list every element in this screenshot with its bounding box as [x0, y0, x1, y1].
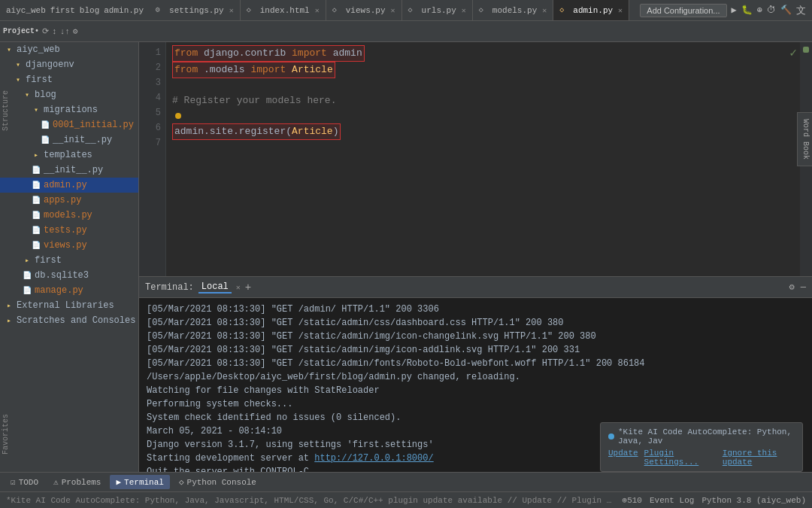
status-lines[interactable]: ⊕510: [623, 495, 642, 505]
tree-item---init---py[interactable]: 📄__init__.py: [0, 163, 138, 178]
tab-close-icon[interactable]: ✕: [618, 6, 623, 15]
tree-item-label: blog: [35, 90, 56, 100]
tree-item-aiyc-web[interactable]: ▾aiyc_web: [0, 42, 138, 57]
tree-item-label: migrations: [44, 105, 98, 115]
python-version[interactable]: Python 3.8 (aiyc_web): [701, 496, 806, 505]
code-body[interactable]: from django.contrib import adminfrom .mo…: [166, 42, 800, 276]
debug-icon[interactable]: 🐛: [741, 5, 753, 16]
tree-item-tests-py[interactable]: 📄tests.py: [0, 223, 138, 238]
tree-arrow-icon: ▾: [21, 89, 33, 101]
tree-item-templates[interactable]: ▸templates: [0, 148, 138, 163]
tree-arrow-icon: ▾: [12, 59, 24, 71]
editor-content: 1234567 from django.contrib import admin…: [139, 42, 812, 276]
code-line-3[interactable]: [172, 78, 794, 93]
tree-item-label: aiyc_web: [17, 44, 60, 55]
sort-icon[interactable]: ↓↑: [60, 27, 70, 36]
tree-arrow-icon: ▸: [3, 300, 15, 312]
code-line-7[interactable]: [172, 140, 794, 155]
event-log[interactable]: Event Log: [650, 496, 694, 505]
bottom-tab-terminal[interactable]: ▶Terminal: [110, 475, 169, 489]
bottom-tab-problems[interactable]: ⚠Problems: [47, 475, 107, 489]
tree-item-apps-py[interactable]: 📄apps.py: [0, 193, 138, 208]
tree-item-manage-py[interactable]: 📄manage.py: [0, 283, 138, 298]
tab-close-icon[interactable]: ✕: [462, 6, 466, 15]
terminal-tab-local[interactable]: Local: [198, 281, 232, 294]
add-config-button[interactable]: Add Configuration...: [640, 4, 726, 17]
tree-item-label: views.py: [44, 240, 87, 251]
tree-item-blog[interactable]: ▾blog: [0, 87, 138, 102]
tree-arrow-icon: ▸: [30, 149, 42, 161]
window-tab-blog[interactable]: blog: [80, 6, 99, 15]
tab-label: admin.py: [573, 6, 613, 15]
code-line-2[interactable]: from .models import Article: [172, 62, 794, 78]
project-toolbar: Project• ⟳ ↕ ↓↑ ⚙ Structure Favorites: [0, 21, 812, 42]
kite-actions: Update Plugin Settings... Ignore this up…: [608, 449, 795, 467]
kite-popup-title: *Kite AI Code AutoComplete: Python, Java…: [608, 427, 795, 446]
gutter-mark-green: [803, 47, 809, 53]
editor-tabs: ⚙settings.py✕◇index.html✕◇views.py✕◇urls…: [150, 0, 634, 20]
profile-icon[interactable]: ⏱: [767, 5, 776, 16]
title-bar: aiyc_web first blog admin.py ⚙settings.p…: [0, 0, 812, 21]
tab-label: views.py: [346, 6, 386, 15]
tree-item-djangoenv[interactable]: ▾djangoenv: [0, 57, 138, 72]
sync-icon[interactable]: ⟳: [42, 26, 49, 36]
bottom-tab-todo[interactable]: ☑TODO: [5, 475, 44, 489]
word-book-tab[interactable]: Word Book: [797, 112, 812, 166]
tab-close-icon[interactable]: ✕: [229, 6, 234, 15]
bottom-tab-label: TODO: [19, 478, 38, 487]
window-controls: aiyc_web first blog admin.py: [0, 6, 150, 15]
tree-item-Scratches-and-Consoles[interactable]: ▸Scratches and Consoles: [0, 313, 138, 328]
kite-update-btn[interactable]: Update: [608, 449, 638, 467]
file-tree: ▾aiyc_web▾djangoenv▾first▾blog▾migration…: [0, 42, 138, 472]
run-icon[interactable]: ▶: [732, 5, 737, 16]
bottom-tab-icon: ⚠: [53, 477, 59, 487]
tab-close-icon[interactable]: ✕: [315, 6, 320, 15]
terminal-line: [05/Mar/2021 08:13:30] "GET /static/admi…: [147, 343, 804, 357]
editor-tab-views[interactable]: ◇views.py✕: [326, 0, 402, 20]
tab-file-icon: ⚙: [156, 5, 166, 16]
editor-tab-admin[interactable]: ◇admin.py✕: [553, 0, 629, 20]
code-line-4[interactable]: # Register your models here.: [172, 93, 794, 108]
tree-arrow-icon: 📄: [30, 224, 42, 236]
tree-item-models-py[interactable]: 📄models.py: [0, 208, 138, 223]
build-icon[interactable]: 🔨: [780, 5, 792, 16]
terminal-line: /Users/apple/Desktop/aiyc_web/first/blog…: [147, 370, 804, 384]
tree-item-0001-initial-py[interactable]: 📄0001_initial.py: [0, 117, 138, 132]
code-line-5[interactable]: [172, 108, 794, 123]
tree-item-label: Scratches and Consoles: [17, 315, 135, 326]
line-number-2: 2: [139, 60, 161, 75]
collapse-icon[interactable]: ↕: [52, 27, 57, 36]
tab-close-icon[interactable]: ✕: [391, 6, 395, 15]
terminal-minimize-icon[interactable]: —: [801, 282, 806, 293]
editor-tab-settings[interactable]: ⚙settings.py✕: [150, 0, 241, 20]
code-line-6[interactable]: admin.site.register(Article): [172, 123, 794, 140]
window-tab-first[interactable]: first: [50, 6, 75, 15]
bottom-tab-python_console[interactable]: ◇Python Console: [173, 475, 262, 489]
tab-close-icon[interactable]: ✕: [542, 6, 547, 15]
terminal-close[interactable]: ✕: [236, 283, 241, 292]
bottom-tabs-bar: ☑TODO⚠Problems▶Terminal◇Python Console: [0, 472, 812, 491]
editor-tab-urls[interactable]: ◇urls.py✕: [402, 0, 473, 20]
tree-item-db-sqlite3[interactable]: 📄db.sqlite3: [0, 268, 138, 283]
tree-item-migrations[interactable]: ▾migrations: [0, 102, 138, 117]
code-line-1[interactable]: from django.contrib import admin: [172, 45, 794, 62]
terminal-settings-icon[interactable]: ⚙: [789, 281, 795, 293]
editor-tab-index[interactable]: ◇index.html✕: [241, 0, 326, 20]
settings-icon[interactable]: ⚙: [73, 26, 78, 36]
terminal-add-button[interactable]: +: [245, 281, 251, 294]
tree-item-first[interactable]: ▸first: [0, 253, 138, 268]
translate-icon[interactable]: 文: [796, 4, 806, 17]
window-tab-admin[interactable]: admin.py: [104, 6, 144, 15]
tree-item-External-Libraries[interactable]: ▸External Libraries: [0, 298, 138, 313]
coverage-icon[interactable]: ⊕: [757, 5, 762, 16]
tree-item-admin-py[interactable]: 📄admin.py: [0, 178, 138, 193]
tree-item---init---py[interactable]: 📄__init__.py: [0, 132, 138, 148]
tree-item-views-py[interactable]: 📄views.py: [0, 238, 138, 253]
tab-label: index.html: [260, 6, 310, 15]
editor-tab-models[interactable]: ◇models.py✕: [473, 0, 553, 20]
server-url-link[interactable]: http://127.0.0.1:8000/: [314, 453, 433, 464]
kite-plugin-settings-btn[interactable]: Plugin Settings...: [644, 449, 717, 467]
kite-title-text: *Kite AI Code AutoComplete: Python, Java…: [618, 427, 795, 446]
tree-item-first[interactable]: ▾first: [0, 72, 138, 87]
kite-ignore-btn[interactable]: Ignore this update: [723, 449, 795, 467]
